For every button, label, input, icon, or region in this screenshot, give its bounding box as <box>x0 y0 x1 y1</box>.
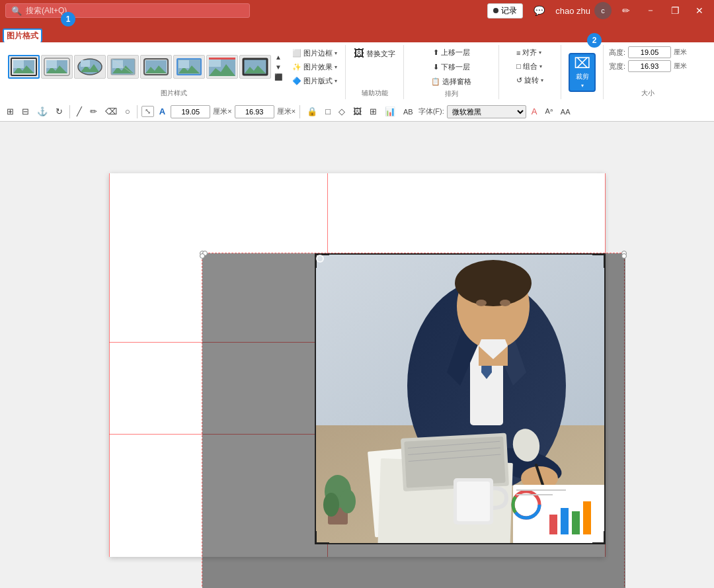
align-icon: ≡ <box>516 49 520 57</box>
width-input[interactable] <box>628 60 671 72</box>
tb-resize-btn[interactable]: ⤡ <box>141 106 154 117</box>
close-button[interactable]: ✕ <box>690 4 709 17</box>
toolbar-sep-3 <box>299 105 300 118</box>
record-button[interactable]: 记录 <box>487 3 523 19</box>
align-button[interactable]: ≡ 对齐 ▾ <box>514 46 546 59</box>
tb-line-btn[interactable]: ╱ <box>74 105 85 118</box>
style-expand[interactable]: ⬛ <box>272 73 284 81</box>
group-aux: 🖼 替换文字 辅助功能 <box>348 45 404 99</box>
group-layers: ⬆ 上移一层 ⬇ 下移一层 📋 选择窗格 排列 <box>407 45 499 99</box>
tb-size-btn[interactable]: Aᵃ <box>542 106 555 117</box>
tb-chart-btn[interactable]: 📊 <box>382 105 398 118</box>
sel-handle-ml[interactable] <box>200 253 205 259</box>
size-label: 大小 <box>641 89 654 98</box>
alt-icon: 🖼 <box>354 48 364 60</box>
tb-btn-3[interactable]: ⚓ <box>34 105 50 118</box>
tb-shape-btn[interactable]: ◇ <box>336 105 348 118</box>
effect-icon: ✨ <box>292 63 301 71</box>
style-thumb-6[interactable] <box>173 55 205 79</box>
search-box[interactable]: 🔍 <box>5 3 250 18</box>
tb-font-label: 字体(F): <box>418 106 444 116</box>
picture-effect-button[interactable]: ✨ 图片效果 ▾ <box>290 61 340 73</box>
selected-image-container[interactable] <box>202 253 625 589</box>
arrange-label: 排列 <box>445 89 458 99</box>
settings-icon[interactable]: ✏ <box>617 4 635 17</box>
guide-v1 <box>109 173 110 557</box>
user-info: chao zhu c <box>555 2 612 19</box>
search-input[interactable] <box>26 6 244 15</box>
align-dropdown-arrow: ▾ <box>539 50 541 56</box>
tb-circle-btn[interactable]: ○ <box>122 105 133 118</box>
style-thumb-8[interactable] <box>239 55 271 79</box>
tb-ab-btn[interactable]: AB <box>401 106 416 117</box>
style-thumb-1[interactable] <box>8 55 40 79</box>
tb-eraser-btn[interactable]: ⌫ <box>102 105 120 118</box>
height-unit: 厘米 <box>674 48 687 57</box>
tb-btn-2[interactable]: ⊟ <box>19 105 32 118</box>
crop-handle-bm[interactable] <box>316 538 329 544</box>
crop-items: ⌧ 裁剪 ▾ <box>569 46 596 98</box>
crop-center-handle[interactable] <box>316 255 324 263</box>
svg-rect-10 <box>81 60 90 67</box>
group-button[interactable]: □ 组合 ▾ <box>514 60 546 73</box>
tb-width-input[interactable] <box>235 105 274 118</box>
picture-layout-button[interactable]: 🔷 图片版式 ▾ <box>290 75 340 87</box>
style-scroll-down[interactable]: ▼ <box>272 63 284 71</box>
height-input[interactable] <box>628 46 671 58</box>
tab-picture-format[interactable]: 图片格式 <box>3 28 42 42</box>
tb-height-input[interactable] <box>171 105 210 118</box>
width-label: 宽度: <box>609 62 625 71</box>
sel-handle-mr[interactable] <box>621 253 627 259</box>
tb-table-btn[interactable]: ⊞ <box>367 105 379 118</box>
select-pane-button[interactable]: 📋 选择窗格 <box>428 75 474 88</box>
tb-aa-btn[interactable]: AA <box>558 106 573 117</box>
crop-handle-mr[interactable] <box>599 255 606 268</box>
tb-rotate-btn[interactable]: ↻ <box>53 105 65 118</box>
tb-img-btn[interactable]: 🖼 <box>350 105 364 118</box>
crop-handle-br[interactable] <box>592 531 606 544</box>
style-scroll-up[interactable]: ▲ <box>272 53 284 62</box>
tb-color1-btn[interactable]: A <box>529 105 540 118</box>
style-scroll-controls: ▲ ▼ ⬛ <box>272 53 284 81</box>
style-thumb-5[interactable] <box>140 55 172 79</box>
tb-lock-btn[interactable]: 🔒 <box>304 105 320 118</box>
picture-border-button[interactable]: ⬜ 图片边框 ▾ <box>290 47 340 60</box>
slide-canvas[interactable] <box>109 173 605 557</box>
layout-dropdown-arrow: ▾ <box>335 78 337 84</box>
comment-button[interactable]: 💬 <box>528 4 550 17</box>
rotate-button[interactable]: ↺ 旋转 ▾ <box>514 74 546 87</box>
picture-styles-items: ▲ ▼ ⬛ ⬜ 图片边框 ▾ ✨ 图片效果 ▾ 🔷 <box>8 46 340 87</box>
dark-overlay-left <box>202 253 315 589</box>
tb-text-btn[interactable]: A <box>157 105 168 118</box>
border-icon: ⬜ <box>292 49 301 58</box>
picture-controls-col: ⬜ 图片边框 ▾ ✨ 图片效果 ▾ 🔷 图片版式 ▾ <box>290 47 340 87</box>
down-layer-icon: ⬇ <box>433 63 439 71</box>
dark-overlay-right <box>606 253 625 589</box>
pane-icon: 📋 <box>431 77 440 86</box>
search-icon: 🔍 <box>11 6 22 16</box>
tb-font-select[interactable]: 微软雅黑 <box>447 105 526 118</box>
send-backward-button[interactable]: ⬇ 下移一层 <box>430 61 473 73</box>
crop-button[interactable]: ⌧ 裁剪 ▾ <box>569 53 596 92</box>
size-inputs: 高度: 厘米 宽度: 厘米 <box>609 46 687 72</box>
tb-square-btn[interactable]: □ <box>323 105 333 118</box>
restore-button[interactable]: ❐ <box>666 4 685 17</box>
dark-overlay-bottom <box>315 544 606 589</box>
bring-forward-button[interactable]: ⬆ 上移一层 <box>430 46 473 59</box>
style-thumb-7[interactable] <box>206 55 238 79</box>
border-dropdown-arrow: ▾ <box>335 50 337 56</box>
minimize-button[interactable]: － <box>641 3 660 18</box>
alt-text-button[interactable]: 🖼 替换文字 <box>351 46 398 61</box>
layout-icon: 🔷 <box>292 77 301 85</box>
ribbon-tabs: 图片格式 <box>0 21 714 42</box>
style-thumb-3[interactable] <box>74 55 106 79</box>
effect-dropdown-arrow: ▾ <box>335 64 337 70</box>
tb-btn-1[interactable]: ⊞ <box>4 105 17 118</box>
svg-rect-20 <box>178 60 189 68</box>
avatar: c <box>594 2 612 19</box>
style-thumb-2[interactable] <box>41 55 73 79</box>
tb-pencil-btn[interactable]: ✏ <box>87 105 100 118</box>
group-align: ≡ 对齐 ▾ □ 组合 ▾ ↺ 旋转 ▾ <box>502 45 561 99</box>
style-thumb-4[interactable] <box>107 55 139 79</box>
record-label: 记录 <box>501 5 517 17</box>
